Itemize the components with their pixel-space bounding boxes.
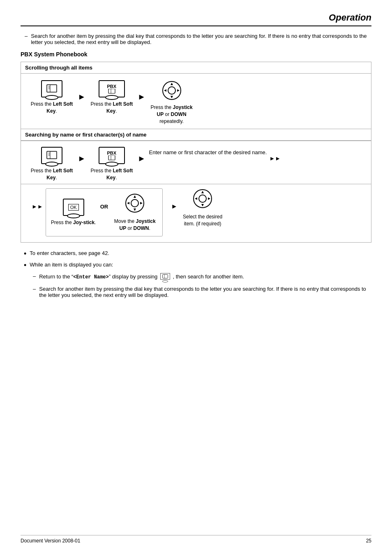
search-step2-label: Press the Left Soft Key. [89, 167, 134, 181]
pbx-text: PBX [107, 84, 116, 89]
svg-point-21 [131, 199, 138, 207]
page-header: Operation [21, 12, 371, 26]
ok-button: OK [63, 199, 84, 216]
svg-marker-29 [208, 197, 210, 200]
joystick-step: Move the Joystick UP or DOWN. [112, 193, 157, 232]
svg-marker-11 [171, 96, 173, 98]
sub-bullet-2: – Search for another item by pressing th… [21, 286, 371, 298]
double-arrow-right: ►► [269, 155, 281, 162]
phone-book-button-2 [41, 147, 62, 164]
svg-rect-32 [162, 274, 168, 278]
scroll-step2-icon: PBX [99, 80, 125, 97]
pbx-book-icon [108, 89, 115, 94]
pbx-inner-2: PBX [107, 151, 116, 160]
search-step1-icon [41, 147, 62, 164]
joystick-step-label: Move the Joystick UP or DOWN. [112, 218, 157, 232]
pbx-section-title: PBX System Phonebook [21, 51, 371, 58]
bullet2-text: While an item is displayed you can: [30, 262, 113, 269]
scroll-step1: Press the Left Soft Key. [29, 80, 74, 115]
svg-rect-18 [108, 155, 115, 160]
joystick-icon-box [125, 193, 145, 215]
sub-dash-1: – [33, 273, 36, 283]
arrow-3: ► [78, 154, 86, 163]
arrow-2: ► [138, 92, 146, 102]
svg-marker-25 [127, 202, 129, 204]
enter-name-label: Enter name or first character of the des… [149, 148, 267, 157]
book-icon [46, 84, 58, 93]
or-label: OR [100, 204, 108, 210]
enter-name-code: <Enter Name> [73, 274, 108, 280]
pbx-book-icon-2 [108, 155, 115, 160]
scroll-step2-label: Press the Left Soft Key. [89, 101, 134, 115]
double-arrow-left: ►► [32, 203, 43, 210]
scroll-step3: Press the Joystick UP or DOWN repeatedly… [149, 80, 194, 125]
pbx-table: Scrolling through all items Press the Le… [21, 62, 371, 243]
bullet-dash: – [25, 33, 28, 45]
inline-button-base [162, 280, 168, 283]
select-step: Select the desired item. (if required) [180, 188, 225, 227]
pbx-inner: PBX [107, 84, 116, 94]
scroll-step3-label: Press the Joystick UP or DOWN repeatedly… [149, 104, 194, 125]
sub1-text: Return to the “<Enter Name>” display by … [39, 273, 244, 283]
bullet-dot-1: • [24, 250, 26, 257]
svg-marker-10 [177, 89, 180, 92]
pbx-text-2: PBX [107, 151, 116, 155]
svg-marker-31 [195, 197, 197, 200]
intro-bullet: – Search for another item by pressing th… [21, 33, 371, 45]
scroll-step2-bold: Left Soft Key [106, 101, 133, 114]
svg-point-27 [199, 195, 206, 202]
enter-name-box: Enter name or first character of the des… [149, 147, 267, 157]
search-step1-bold: Left Soft Key [46, 168, 73, 181]
bullet-section: • To enter characters, see page 42. • Wh… [21, 250, 371, 298]
svg-rect-5 [108, 89, 115, 93]
down-bold: DOWN [171, 111, 187, 117]
arrow-5: ► [171, 203, 178, 210]
search-section-header: Searching by name or first character(s) … [21, 129, 371, 141]
pbx-button: PBX [99, 80, 125, 97]
bullet-item-2: • While an item is displayed you can: [21, 262, 371, 269]
joystick-icon [161, 80, 182, 101]
inline-button-face [160, 273, 170, 280]
ok-step: OK Press the Joy-stick. [51, 199, 96, 226]
joystick-bold: Joy-stick [73, 220, 95, 225]
svg-marker-28 [201, 191, 204, 193]
ok-label: OK [68, 204, 79, 211]
svg-marker-30 [201, 204, 204, 206]
or-group: OK Press the Joy-stick. OR [46, 188, 163, 236]
svg-marker-9 [171, 83, 173, 85]
lower-diagram: ►► OK Press the Joy-stick. OR [21, 184, 371, 242]
svg-marker-24 [134, 208, 136, 211]
bullet-item-1: • To enter characters, see page 42. [21, 250, 371, 257]
search-step1: Press the Left Soft Key. [29, 147, 74, 181]
sub-dash-2: – [33, 286, 36, 298]
svg-rect-13 [47, 151, 57, 159]
svg-marker-12 [164, 89, 166, 92]
scroll-section-header: Scrolling through all items [21, 62, 371, 74]
joystick-wrap [161, 80, 182, 101]
select-step-label: Select the desired item. (if required) [180, 213, 225, 227]
search-step1-label: Press the Left Soft Key. [29, 167, 74, 181]
svg-point-8 [168, 87, 175, 94]
footer-right: 25 [366, 538, 371, 544]
inline-book-svg [162, 274, 168, 278]
arrow-1: ► [78, 92, 86, 102]
sub-bullet-1: – Return to the “<Enter Name>” display b… [21, 273, 371, 283]
svg-rect-0 [47, 85, 57, 92]
book-icon-2 [46, 151, 58, 160]
down-bold2: DOWN [134, 225, 149, 231]
scroll-step1-icon [41, 80, 62, 97]
ok-icon-box: OK [63, 199, 84, 216]
search-step2-bold: Left Soft Key [106, 168, 133, 181]
scroll-step1-bold: Left Soft Key [46, 101, 73, 114]
scroll-step3-icon [161, 80, 182, 101]
phone-book-button [41, 80, 62, 97]
scroll-step1-label: Press the Left Soft Key. [29, 101, 74, 115]
search-step2: PBX Press the Left Soft Key. [89, 147, 134, 181]
sub2-text: Search for another item by pressing the … [39, 286, 371, 298]
scroll-diagram-row: Press the Left Soft Key. ► PBX Press the… [21, 74, 371, 129]
select-icon-box [192, 188, 213, 210]
intro-text: Search for another item by pressing the … [31, 33, 371, 45]
footer-left: Document Version 2008-01 [21, 538, 80, 544]
scroll-step2: PBX Press the Left Soft Key. [89, 80, 134, 115]
bullet-dot-2: • [24, 262, 26, 269]
